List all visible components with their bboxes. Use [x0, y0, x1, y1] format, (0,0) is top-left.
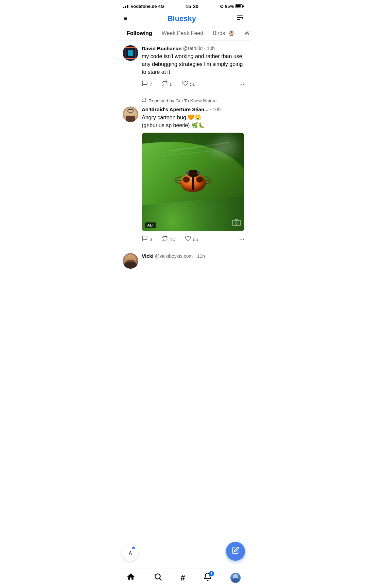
more-icon: ··· [239, 81, 244, 88]
author-line: An'tdroid's Aperture Séan... · 10h [142, 106, 244, 113]
like-icon [182, 80, 188, 88]
signal-bars [123, 5, 129, 8]
repost-icon [162, 80, 168, 88]
tab-following[interactable]: Following [122, 27, 157, 40]
status-right: ⊙ 85% [220, 4, 244, 9]
repost-indicator-icon [142, 98, 146, 104]
author-name[interactable]: David Buchanan [142, 46, 182, 51]
carrier-label: vodafone.de [131, 4, 157, 9]
reply-count: 3 [150, 236, 152, 242]
like-count: 65 [193, 236, 198, 242]
avatar[interactable] [123, 106, 138, 122]
network-label: 4G [158, 4, 164, 9]
post-partial: Vicki @vickiboykis.com · 11h [117, 248, 250, 271]
post-content: David Buchanan @retr0.id · 10h my code i… [142, 45, 244, 88]
repost-count: 10 [170, 236, 175, 242]
author-line: Vicki @vickiboykis.com · 11h [142, 253, 244, 259]
reply-button[interactable]: 7 [142, 80, 152, 88]
author-name[interactable]: An'tdroid's Aperture Séan... [142, 106, 209, 112]
post-text: Angry cartoon bug 🧡😤(griburius sp beetle… [142, 114, 244, 129]
post-content: An'tdroid's Aperture Séan... · 10h Angry… [142, 106, 244, 243]
reply-count: 7 [150, 81, 152, 87]
author-line: David Buchanan @retr0.id · 10h [142, 45, 244, 51]
author-name[interactable]: Vicki [142, 253, 154, 259]
avatar[interactable] [123, 45, 138, 61]
app-header: ≡ Bluesky [117, 11, 250, 27]
like-icon [185, 235, 191, 243]
svg-point-3 [242, 17, 243, 18]
post-text: my code isn't working and rather than us… [142, 52, 244, 76]
status-bar: vodafone.de 4G 15:30 ⊙ 85% [117, 0, 250, 11]
like-button[interactable]: 65 [185, 235, 198, 243]
author-handle: @retr0.id [183, 46, 203, 51]
reply-icon [142, 235, 148, 243]
post-time: 11h [197, 253, 205, 259]
feed: David Buchanan @retr0.id · 10h my code i… [117, 40, 250, 299]
dot-separator: · [210, 106, 211, 113]
post-actions: 7 6 56 ··· [142, 80, 244, 88]
reply-icon [142, 80, 148, 88]
repost-count: 6 [170, 81, 172, 87]
battery-percent: 85% [225, 4, 234, 9]
post-time: 10h [213, 107, 221, 112]
camera-icon [232, 219, 241, 228]
more-icon: ··· [239, 236, 244, 243]
post-meta: Vicki @vickiboykis.com · 11h [142, 253, 244, 260]
alt-badge[interactable]: ALT [145, 222, 156, 228]
menu-button[interactable]: ≡ [123, 15, 127, 22]
filter-button[interactable] [236, 14, 244, 23]
more-button[interactable]: ··· [239, 81, 244, 88]
like-button[interactable]: 56 [182, 80, 196, 88]
author-handle: @vickiboykis.com [155, 253, 193, 259]
location-icon: ⊙ [220, 4, 224, 9]
like-count: 56 [190, 81, 196, 87]
time-label: 15:30 [186, 3, 198, 9]
post-time: 10h [207, 46, 215, 51]
reply-button[interactable]: 3 [142, 235, 152, 243]
post-image[interactable]: ALT [142, 133, 244, 231]
tab-week-peak[interactable]: Week Peak Feed [157, 27, 208, 40]
avatar-vicki[interactable] [123, 253, 138, 269]
tab-w[interactable]: W [240, 27, 250, 40]
post-actions: 3 10 65 ··· [142, 235, 244, 243]
repost-button[interactable]: 6 [162, 80, 172, 88]
tab-bar: Following Week Peak Feed Birds! 🦉 W [117, 27, 250, 40]
bug-illustration [180, 170, 206, 190]
svg-point-5 [235, 222, 238, 224]
repost-by-label: Reposted by Get To Know Nature [148, 98, 217, 103]
app-title: Bluesky [168, 14, 196, 23]
more-button[interactable]: ··· [239, 236, 244, 243]
tab-birds[interactable]: Birds! 🦉 [208, 27, 240, 40]
dot-separator: · [194, 253, 195, 259]
repost-icon [162, 235, 168, 243]
post-item: David Buchanan @retr0.id · 10h my code i… [117, 40, 250, 93]
repost-button[interactable]: 10 [162, 235, 175, 243]
status-left: vodafone.de 4G [123, 4, 164, 9]
battery-icon [235, 4, 244, 8]
repost-indicator: Reposted by Get To Know Nature [123, 98, 244, 104]
dot-separator: · [204, 45, 205, 51]
post-item-repost: Reposted by Get To Know Nature An'tdroid… [117, 93, 250, 248]
